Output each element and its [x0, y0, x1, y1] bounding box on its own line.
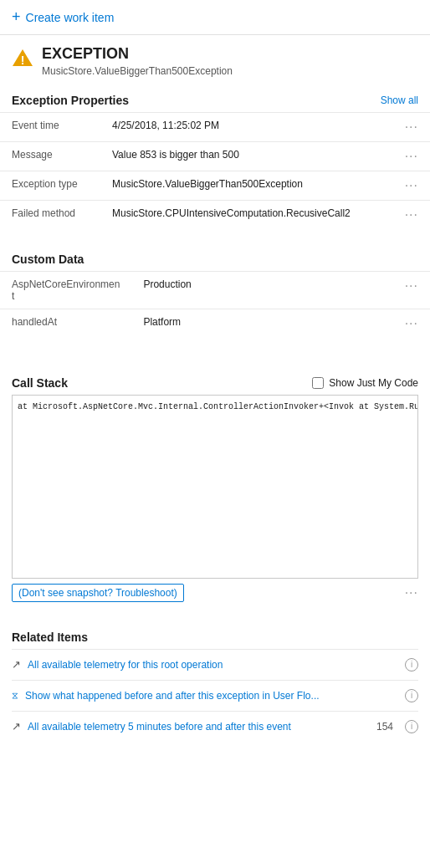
related-items-header: Related Items — [12, 631, 418, 649]
spacer-1 — [0, 229, 430, 244]
prop-key: Event time — [0, 112, 100, 141]
callstack-more-options[interactable]: ··· — [405, 585, 418, 600]
more-options-icon[interactable]: ··· — [393, 200, 430, 229]
table-row: AspNetCoreEnvironmen t Production ··· — [0, 271, 430, 309]
callstack-header: Call Stack Show Just My Code — [0, 368, 430, 395]
spacer-3 — [0, 353, 430, 368]
prop-value: Value 853 is bigger than 500 — [100, 141, 393, 171]
more-options-icon[interactable]: ··· — [393, 271, 430, 309]
prop-key: handledAt — [0, 309, 131, 338]
table-row: Failed method MusicStore.CPUIntensiveCom… — [0, 200, 430, 229]
prop-key: Message — [0, 141, 100, 171]
arrow-icon: ↗ — [12, 658, 21, 671]
header: + Create work item — [0, 0, 430, 35]
related-items-list: ↗ All available telemetry for this root … — [12, 649, 418, 742]
exception-warning-icon: ! — [12, 47, 33, 69]
prop-value: 4/25/2018, 11:25:02 PM — [100, 112, 393, 141]
callstack-code-block[interactable]: at Microsoft.AspNetCore.Mvc.Internal.Con… — [12, 395, 418, 579]
custom-data-title: Custom Data — [12, 253, 84, 266]
more-options-icon[interactable]: ··· — [393, 309, 430, 338]
related-item-row[interactable]: ⧖ Show what happened before and after th… — [12, 680, 418, 711]
related-items-title: Related Items — [12, 631, 88, 644]
custom-data-table: AspNetCoreEnvironmen t Production ··· ha… — [0, 271, 430, 338]
exception-properties-table: Event time 4/25/2018, 11:25:02 PM ··· Me… — [0, 112, 430, 229]
custom-data-header: Custom Data — [0, 244, 430, 271]
table-row: handledAt Platform ··· — [0, 309, 430, 338]
info-icon[interactable]: i — [405, 720, 418, 733]
exception-properties-header: Exception Properties Show all — [0, 85, 430, 112]
show-just-my-code-label: Show Just My Code — [329, 377, 418, 389]
related-item-row[interactable]: ↗ All available telemetry for this root … — [12, 649, 418, 680]
prop-value: Production — [131, 271, 392, 309]
show-all-link[interactable]: Show all — [381, 94, 418, 106]
table-row: Event time 4/25/2018, 11:25:02 PM ··· — [0, 112, 430, 141]
prop-key: Failed method — [0, 200, 100, 229]
show-just-my-code-area: Show Just My Code — [312, 377, 418, 389]
exception-block: ! EXCEPTION MusicStore.ValueBiggerThan50… — [0, 35, 430, 85]
svg-text:!: ! — [21, 54, 25, 67]
related-item-row[interactable]: ↗ All available telemetry 5 minutes befo… — [12, 711, 418, 742]
related-item-text[interactable]: All available telemetry for this root op… — [28, 659, 398, 671]
create-work-item-button[interactable]: Create work item — [26, 11, 115, 24]
exception-type-label: EXCEPTION — [42, 45, 233, 64]
prop-key: AspNetCoreEnvironmen t — [0, 271, 131, 309]
prop-key: Exception type — [0, 171, 100, 200]
related-items-section: Related Items ↗ All available telemetry … — [0, 622, 430, 742]
info-icon[interactable]: i — [405, 658, 418, 671]
exception-class-name: MusicStore.ValueBiggerThan500Exception — [42, 65, 233, 77]
callstack-title: Call Stack — [12, 376, 68, 390]
related-item-text[interactable]: All available telemetry 5 minutes before… — [28, 721, 370, 733]
table-row: Message Value 853 is bigger than 500 ··· — [0, 141, 430, 171]
more-options-icon[interactable]: ··· — [393, 141, 430, 171]
show-just-my-code-checkbox[interactable] — [312, 377, 324, 389]
more-options-icon[interactable]: ··· — [393, 112, 430, 141]
related-item-count: 154 — [376, 721, 393, 733]
prop-value: MusicStore.ValueBiggerThan500Exception — [100, 171, 393, 200]
troubleshoot-link[interactable]: (Don't see snapshot? Troubleshoot) — [12, 584, 184, 602]
user-flow-icon: ⧖ — [12, 690, 18, 701]
prop-value: MusicStore.CPUIntensiveComputation.Recus… — [100, 200, 393, 229]
prop-value: Platform — [131, 309, 392, 338]
info-icon[interactable]: i — [405, 689, 418, 702]
spacer-2 — [0, 338, 430, 353]
exception-info: EXCEPTION MusicStore.ValueBiggerThan500E… — [42, 45, 233, 77]
related-item-text[interactable]: Show what happened before and after this… — [25, 690, 398, 702]
more-options-icon[interactable]: ··· — [393, 171, 430, 200]
callstack-footer: (Don't see snapshot? Troubleshoot) ··· — [0, 579, 430, 607]
exception-properties-title: Exception Properties — [12, 94, 129, 107]
spacer-4 — [0, 607, 430, 622]
table-row: Exception type MusicStore.ValueBiggerTha… — [0, 171, 430, 200]
plus-icon: + — [12, 8, 21, 26]
arrow-icon: ↗ — [12, 720, 21, 733]
